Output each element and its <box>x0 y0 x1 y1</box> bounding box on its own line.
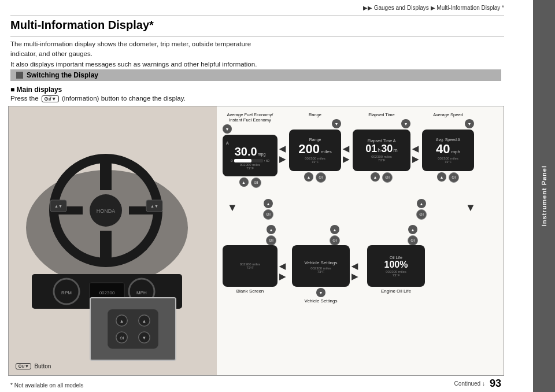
right-mid-up-btn[interactable]: ▲ <box>417 199 426 208</box>
oil-top-btn: ▲ ⊙i <box>408 225 418 246</box>
arrow-2-3: ◀ ▶ <box>343 144 349 164</box>
svg-text:▲: ▲ <box>142 319 147 324</box>
range-info-btn[interactable]: ⊙i <box>316 172 326 183</box>
svg-text:▲▼: ▲▼ <box>54 204 62 208</box>
press-before: Press the <box>10 95 39 102</box>
oil-top-info-btn[interactable]: ⊙i <box>408 235 418 246</box>
elapsed-title: Elapsed Time A <box>368 139 396 143</box>
avg-fuel-a-label: A <box>226 141 229 145</box>
oil-screen: Oil Life 100% 002300 miles 73°F <box>367 245 425 287</box>
fuel-bar-fill <box>234 159 251 162</box>
avg-speed-info-btn[interactable]: ⊙i <box>449 172 459 183</box>
avg-fuel-value: 30.0 <box>235 145 257 158</box>
main-content: ▶▶ Gauges and Displays ▶ Multi-Informati… <box>0 0 533 392</box>
range-up-btn[interactable]: ▲ <box>304 172 313 182</box>
diagram-area: HONDA ▲▼ ▲▼ RPM MPH 002300 <box>8 106 504 376</box>
oil-top-up-btn[interactable]: ▲ <box>408 225 417 234</box>
range-value: 200 <box>298 142 320 157</box>
avg-speed-up-btn[interactable]: ▲ <box>437 172 446 182</box>
elapsed-info-btn[interactable]: ⊙i <box>382 172 393 183</box>
range-unit: miles <box>321 149 332 154</box>
elapsed-m: m <box>393 147 398 153</box>
section-header: Switching the Display <box>10 69 501 81</box>
vehicle-temp: 73°F <box>317 270 325 273</box>
vehicle-top-up-btn[interactable]: ▲ <box>330 225 339 234</box>
left-arrow-3: ◀ <box>412 144 419 153</box>
svg-text:HONDA: HONDA <box>97 208 116 214</box>
down-arrow-right: ▼ <box>465 202 476 214</box>
center-mid-btn: ▲ ⊙i <box>263 199 273 220</box>
elapsed-temp: 73°F <box>378 158 386 162</box>
footer-note: * Not available on all models <box>10 382 83 389</box>
btn-icon-label: ⊙i/▼ <box>16 363 31 369</box>
svg-text:▼: ▼ <box>142 335 147 341</box>
arrow-3-4: ◀ ▶ <box>412 144 419 164</box>
avg-fuel-down-btn[interactable]: ▼ <box>223 124 232 134</box>
avg-speed-down-arrow: ▼ <box>422 119 474 128</box>
svg-text:002300: 002300 <box>99 290 115 295</box>
button-label-text: ⊙i/▼ Button <box>14 363 51 369</box>
blank-label: Blank Screen <box>223 289 278 294</box>
avg-fuel-info-btn[interactable]: ⊙i <box>251 177 261 188</box>
range-temp: 73°F <box>312 160 319 164</box>
range-down-arrow: ▼ <box>289 119 341 128</box>
right-mid-info-btn[interactable]: ⊙i <box>416 209 427 220</box>
inset-button-image: ▲ ▲ ⊙i ▼ <box>90 297 176 361</box>
blank-temp: 73°F <box>246 266 254 269</box>
left-arrow-2: ◀ <box>343 144 349 153</box>
arrow-blank-vehicle: ◀ ▶ <box>279 261 286 281</box>
section-square-icon <box>16 72 23 79</box>
vehicle-down-btn[interactable]: ▼ <box>316 288 325 297</box>
elapsed-label: Elapsed Time <box>353 112 410 117</box>
range-down-btn[interactable]: ▼ <box>332 119 341 128</box>
avg-fuel-temp: 73°F <box>246 167 254 170</box>
range-nav-btns: ▲ ⊙i <box>289 172 341 183</box>
svg-text:▲: ▲ <box>120 319 124 324</box>
arrow-vehicle-oil: ◀ ▶ <box>352 261 358 281</box>
avg-speed-screen: Avg. Speed A 40 mph 002300 miles 73°F <box>422 130 474 171</box>
blank-top-info-btn[interactable]: ⊙i <box>266 235 276 246</box>
oil-label: Engine Oil Life <box>367 289 425 294</box>
left-arrow-bv: ◀ <box>279 261 286 271</box>
range-label: Range <box>289 112 341 117</box>
press-instruction: Press the ⊙i/▼ (information) button to c… <box>10 95 186 102</box>
range-value-row: 200 miles <box>298 142 331 157</box>
avg-fuel-up-btn2[interactable]: ▲ <box>239 177 249 187</box>
elapsed-down-btn[interactable]: ▼ <box>401 119 410 128</box>
elapsed-down-arrow: ▼ <box>353 119 410 128</box>
footer-right: Continued ↓ 93 <box>454 378 501 390</box>
inset-svg: ▲ ▲ ⊙i ▼ <box>91 297 175 361</box>
mid-info-btn[interactable]: ⊙i <box>263 209 273 220</box>
down-arrow-left: ▼ <box>227 202 238 214</box>
continued-text: Continued ↓ <box>454 380 485 387</box>
top-rule <box>10 15 504 16</box>
avg-speed-title: Avg. Speed A <box>436 138 460 142</box>
vehicle-down-btn-row: ▼ <box>292 288 350 297</box>
right-down-arrow: ▼ <box>465 202 476 214</box>
right-mid-btn: ▲ ⊙i <box>416 199 427 220</box>
left-arrow-vo: ◀ <box>352 261 358 271</box>
vehicle-top-info-btn[interactable]: ⊙i <box>330 235 340 246</box>
right-arrow-vo: ▶ <box>352 272 358 281</box>
page-number: 93 <box>490 378 501 390</box>
elapsed-up-btn[interactable]: ▲ <box>371 172 380 182</box>
blank-screen: 002300 miles 73°F <box>223 245 278 287</box>
avg-fuel-screen: A 30.0 mpg 0 • 60 002 <box>223 135 278 176</box>
right-arrow-2: ▶ <box>343 154 349 164</box>
blank-top-up-btn[interactable]: ▲ <box>267 225 276 234</box>
avg-speed-temp: 73°F <box>445 160 452 164</box>
sidebar: Instrument Panel <box>533 0 555 392</box>
mid-up-btn[interactable]: ▲ <box>264 199 273 208</box>
avg-speed-container: Average Speed ▼ Avg. Speed A 40 mph 0023… <box>422 112 474 183</box>
elapsed-nav-btns: ▲ ⊙i <box>353 172 410 183</box>
elapsed-h: h <box>378 147 380 153</box>
fuel-bar <box>234 159 263 162</box>
oil-title: Oil Life <box>390 256 402 260</box>
avg-speed-down-btn[interactable]: ▼ <box>465 119 474 128</box>
oil-value: 100% <box>384 260 408 270</box>
car-image-area: HONDA ▲▼ ▲▼ RPM MPH 002300 <box>9 106 217 375</box>
svg-text:⊙i: ⊙i <box>120 336 124 340</box>
svg-rect-20 <box>108 309 158 349</box>
elapsed-container: Elapsed Time ▼ Elapsed Time A 01 h 30 m … <box>353 112 410 183</box>
sub-section: Main displays <box>10 86 62 94</box>
